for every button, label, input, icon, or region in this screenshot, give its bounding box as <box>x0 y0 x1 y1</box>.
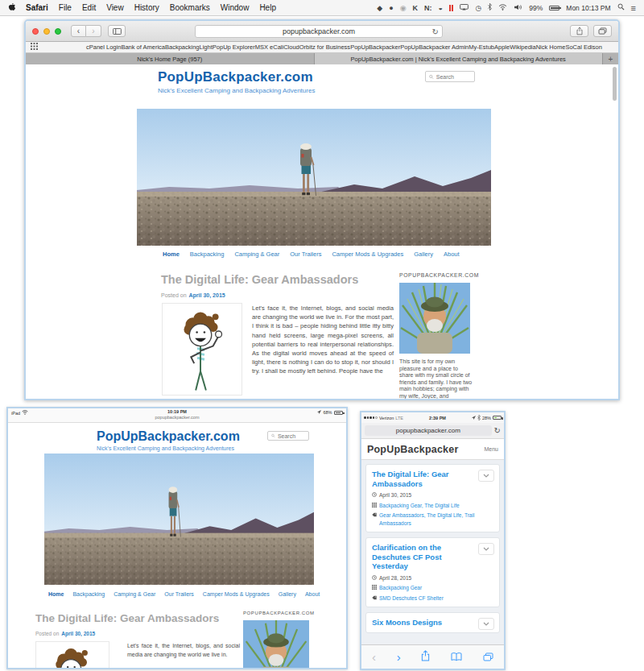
notes-app-icon[interactable]: N: <box>424 4 432 12</box>
post-card: The Digital Life: Gear Ambassadors April… <box>365 464 500 532</box>
post-title-link[interactable]: Six Moons Designs <box>372 618 493 628</box>
post-categories[interactable]: Backpacking Gear <box>379 584 422 591</box>
bookmark-item[interactable]: iCloud <box>283 43 299 51</box>
nav-camper-mods[interactable]: Camper Mods & Upgrades <box>203 591 270 597</box>
new-tab-button[interactable]: + <box>602 53 618 64</box>
bookmark-item[interactable]: PopUpBackpacker <box>350 43 400 51</box>
nav-about[interactable]: About <box>305 591 320 597</box>
site-search[interactable] <box>267 431 309 441</box>
article-date-link[interactable]: April 30, 2015 <box>61 631 95 636</box>
bookmark-item[interactable]: Bank of America <box>121 43 165 51</box>
bookmark-item[interactable]: SoCal Edison <box>565 43 601 51</box>
bookmark-item[interactable]: Orbitz for Business <box>299 43 350 51</box>
address-bar[interactable]: popupbackpacker.com ↻ <box>195 25 443 38</box>
nav-backpacking[interactable]: Backpacking <box>190 251 225 258</box>
address-field[interactable]: popupbackpacker.com <box>365 425 492 436</box>
expand-post-button[interactable] <box>478 470 494 482</box>
nav-home[interactable]: Home <box>163 251 180 258</box>
bookmark-item[interactable]: MSX eCal <box>255 43 283 51</box>
menu-bookmarks[interactable]: Bookmarks <box>170 3 210 12</box>
bookmark-item[interactable]: Apple <box>494 43 510 51</box>
article-date-link[interactable]: April 30, 2015 <box>189 292 225 298</box>
pause-indicator-icon[interactable] <box>449 5 454 11</box>
share-button[interactable] <box>570 25 588 37</box>
reload-icon[interactable]: ↻ <box>494 426 501 435</box>
site-search[interactable] <box>425 71 475 82</box>
close-window-button[interactable] <box>32 28 39 35</box>
expand-post-button[interactable] <box>478 543 494 555</box>
bookmark-item[interactable]: Wikipedia <box>510 43 536 51</box>
article-posted-line: Posted onApril 30, 2015 <box>161 292 225 298</box>
bookmark-item[interactable]: PopUpBackpacker Admin <box>400 43 469 51</box>
nav-camping-gear[interactable]: Camping & Gear <box>234 251 279 258</box>
scrollbar-thumb[interactable] <box>613 67 617 101</box>
back-button[interactable]: ‹ <box>372 651 376 663</box>
ipad-clock: 10:19 PM <box>8 409 346 414</box>
bookmark-item[interactable]: cPanel Login <box>86 43 121 51</box>
back-button[interactable]: ‹ <box>71 25 86 37</box>
post-title-link[interactable]: Clarification on the Deschutes CF Post Y… <box>372 543 493 572</box>
search-input[interactable] <box>278 433 305 439</box>
menu-safari[interactable]: Safari <box>26 3 48 12</box>
dropbox-icon[interactable]: ◆ <box>377 4 382 12</box>
reload-icon[interactable]: ↻ <box>432 26 439 38</box>
sidebar-button[interactable] <box>108 25 126 37</box>
post-tags[interactable]: Gear Ambassadors, The Digital Life, Trai… <box>379 512 493 526</box>
bookmark-item[interactable]: My-Estub <box>469 43 494 51</box>
nav-gallery[interactable]: Gallery <box>414 251 433 258</box>
droplet-icon[interactable]: ◒ <box>438 4 442 12</box>
post-categories[interactable]: Backpacking Gear, The Digital Life <box>379 502 460 509</box>
bookmarks-button[interactable] <box>451 650 462 665</box>
article-title[interactable]: The Digital Life: Gear Ambassadors <box>161 273 358 286</box>
forward-button[interactable]: › <box>86 25 101 37</box>
nav-about[interactable]: About <box>444 251 460 258</box>
nav-our-trailers[interactable]: Our Trailers <box>164 591 194 597</box>
expand-post-button[interactable] <box>478 618 494 630</box>
bookmark-item[interactable]: BackpackingLight <box>165 43 213 51</box>
spotlight-icon[interactable] <box>617 3 625 12</box>
bookmark-item[interactable]: PopUp Explorer <box>213 43 255 51</box>
menu-help[interactable]: Help <box>259 3 276 12</box>
wifi-icon[interactable] <box>498 4 507 12</box>
search-input[interactable] <box>436 74 471 80</box>
article-title[interactable]: The Digital Life: Gear Ambassadors <box>35 612 219 624</box>
mobile-menu-button[interactable]: Menu <box>484 446 498 452</box>
tab-overview-button[interactable] <box>483 650 493 665</box>
post-title-link[interactable]: The Digital Life: Gear Ambassadors <box>372 470 493 489</box>
post-tags[interactable]: SMD Deschutes CF Shelter <box>379 594 444 602</box>
volume-icon[interactable] <box>514 4 522 12</box>
airplay-display-icon[interactable] <box>460 4 469 12</box>
mobile-site-title[interactable]: PopUpBackpacker <box>367 444 458 455</box>
keyboard-maestro-icon[interactable]: K <box>412 4 418 12</box>
apple-menu-icon[interactable] <box>8 2 15 13</box>
nav-camper-mods[interactable]: Camper Mods & Upgrades <box>332 251 403 258</box>
categories-icon <box>372 503 377 507</box>
bluetooth-icon[interactable] <box>488 3 492 12</box>
tab-overview-button[interactable] <box>593 25 612 37</box>
site-title[interactable]: PopUpBackpacker.com <box>97 429 240 444</box>
nav-camping-gear[interactable]: Camping & Gear <box>114 591 155 597</box>
bookmark-item[interactable]: Nick Home <box>536 43 566 51</box>
zoom-window-button[interactable] <box>55 28 61 35</box>
menu-history[interactable]: History <box>134 3 159 12</box>
tab-nicks-home-page[interactable]: Nick's Home Page (957) <box>26 53 315 64</box>
menu-window[interactable]: Window <box>221 3 250 12</box>
time-machine-icon[interactable]: ◷ <box>475 4 481 12</box>
menu-file[interactable]: File <box>59 3 72 12</box>
nav-gallery[interactable]: Gallery <box>279 591 296 597</box>
menu-view[interactable]: View <box>106 3 124 12</box>
forward-button[interactable]: › <box>397 651 401 663</box>
notification-center-icon[interactable]: ≡ <box>631 3 636 13</box>
site-title[interactable]: PopUpBackpacker.com <box>158 69 313 85</box>
battery-icon <box>549 6 559 10</box>
tab-popupbackpacker[interactable]: PopUpBackpacker.com | Nick's Excellent C… <box>315 53 603 64</box>
record-icon[interactable]: ◉ <box>400 4 407 12</box>
minimize-window-button[interactable] <box>43 28 50 35</box>
share-button[interactable] <box>421 650 430 665</box>
nav-backpacking[interactable]: Backpacking <box>72 591 105 597</box>
app-blob-icon[interactable]: ● <box>389 4 393 12</box>
menu-edit[interactable]: Edit <box>82 3 96 12</box>
nav-our-trailers[interactable]: Our Trailers <box>290 251 321 258</box>
nav-home[interactable]: Home <box>48 591 64 597</box>
bookmarks-grid-icon[interactable] <box>31 43 38 52</box>
